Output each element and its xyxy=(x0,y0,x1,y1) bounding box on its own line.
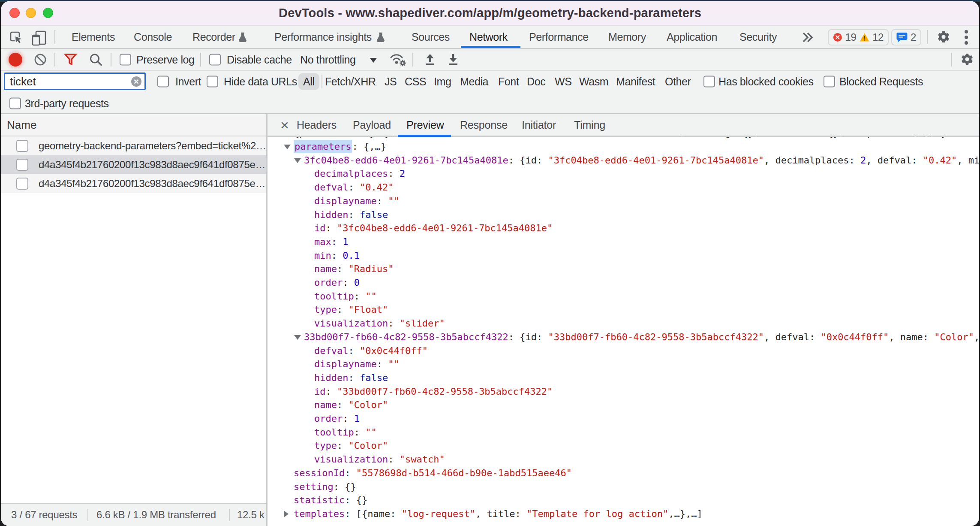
json-tree-row[interactable]: sessionId: "5578698d-b514-466d-b90e-1abd… xyxy=(268,466,979,480)
tab-memory[interactable]: Memory xyxy=(608,26,646,48)
json-tree-row[interactable]: order: 0 xyxy=(268,276,979,290)
type-chip-font[interactable]: Font xyxy=(498,76,519,88)
json-tree-row[interactable]: type: "Color" xyxy=(268,439,979,453)
request-checkbox[interactable] xyxy=(16,159,28,171)
type-chip-other[interactable]: Other xyxy=(665,76,691,88)
json-tree-row[interactable]: type: "Float" xyxy=(268,303,979,317)
json-tree-row[interactable]: {parameters: {,…}, sessionId: "5578698d-… xyxy=(268,137,979,140)
filter-input[interactable]: ticket × xyxy=(4,73,146,90)
json-tree-row[interactable]: setting: {} xyxy=(268,480,979,494)
json-tree-row[interactable]: parameters: {,…} xyxy=(268,140,979,154)
tab-elements[interactable]: Elements xyxy=(72,26,115,48)
settings-gear-icon[interactable] xyxy=(937,30,950,44)
blocked-requests-label: Blocked Requests xyxy=(839,76,923,88)
export-har-icon[interactable] xyxy=(448,54,459,66)
device-toolbar-icon[interactable] xyxy=(32,30,46,46)
expand-arrow-down-icon[interactable] xyxy=(294,335,301,340)
json-tree-row[interactable]: templates: [{name: "log-request", title:… xyxy=(268,507,979,521)
expand-arrow-down-icon[interactable] xyxy=(284,145,291,149)
expand-arrow-right-icon[interactable] xyxy=(284,511,289,517)
type-chip-wasm[interactable]: Wasm xyxy=(579,76,608,88)
kebab-menu-icon[interactable] xyxy=(964,29,969,46)
request-row[interactable]: d4a345f4b21760200f13c983d8aec9f641df0875… xyxy=(1,155,266,174)
request-row[interactable]: geometry-backend-parameters?embed=ticket… xyxy=(1,136,266,155)
invert-label: Invert xyxy=(175,76,201,88)
inspect-element-icon[interactable] xyxy=(10,31,23,44)
network-conditions-icon[interactable] xyxy=(390,53,407,67)
tab-console[interactable]: Console xyxy=(134,26,172,48)
tab-sources[interactable]: Sources xyxy=(412,26,450,48)
json-tree-row[interactable]: defval: "0x0c44f0ff" xyxy=(268,344,979,358)
type-chip-fetch-xhr[interactable]: Fetch/XHR xyxy=(325,76,376,88)
json-tree-row[interactable]: id: "3fc04be8-edd6-4e01-9261-7bc145a4081… xyxy=(268,221,979,235)
network-settings-gear-icon[interactable] xyxy=(960,53,974,67)
invert-checkbox[interactable] xyxy=(157,76,169,88)
blocked-requests-checkbox[interactable] xyxy=(824,76,835,88)
json-tree-row[interactable]: statistic: {} xyxy=(268,493,979,507)
tab-application[interactable]: Application xyxy=(667,26,717,48)
json-tree-row[interactable]: decimalplaces: 2 xyxy=(268,167,979,181)
detail-tab-preview[interactable]: Preview xyxy=(406,114,444,136)
json-tree-row[interactable]: 3fc04be8-edd6-4e01-9261-7bc145a4081e: {i… xyxy=(268,154,979,167)
json-tree-row[interactable]: order: 1 xyxy=(268,412,979,426)
detail-tab-response[interactable]: Response xyxy=(460,114,508,136)
json-tree-row[interactable]: hidden: false xyxy=(268,371,979,385)
json-tree-row[interactable]: tooltip: "" xyxy=(268,290,979,303)
request-checkbox[interactable] xyxy=(16,178,28,190)
type-chip-media[interactable]: Media xyxy=(460,76,488,88)
json-preview-tree[interactable]: {parameters: {,…}, sessionId: "5578698d-… xyxy=(268,137,979,526)
json-tree-row[interactable]: visualization: "slider" xyxy=(268,317,979,330)
third-party-checkbox[interactable] xyxy=(9,98,21,109)
json-tree-row[interactable]: min: 0.1 xyxy=(268,249,979,263)
tab-network[interactable]: Network xyxy=(469,26,508,48)
json-tree-row[interactable]: displayname: "" xyxy=(268,194,979,208)
json-tree-row[interactable]: defval: "0.42" xyxy=(268,181,979,194)
detail-tab-timing[interactable]: Timing xyxy=(574,114,605,136)
type-chip-manifest[interactable]: Manifest xyxy=(616,76,655,88)
tab-performance[interactable]: Performance xyxy=(529,26,589,48)
json-tree-row[interactable]: id: "33bd00f7-fb60-4c82-9558-3b5abccf432… xyxy=(268,385,979,399)
json-tree-row[interactable]: name: "Radius" xyxy=(268,262,979,276)
name-column-header[interactable]: Name xyxy=(1,114,266,136)
detail-tab-payload[interactable]: Payload xyxy=(353,114,391,136)
type-chip-doc[interactable]: Doc xyxy=(527,76,545,88)
json-tree-row[interactable]: hidden: false xyxy=(268,208,979,222)
tab-performance-insights[interactable]: Performance insights xyxy=(274,26,372,48)
json-tree-row[interactable]: displayname: "" xyxy=(268,357,979,371)
search-icon[interactable] xyxy=(89,53,102,66)
type-chip-all[interactable]: All xyxy=(298,73,319,90)
type-chip-js[interactable]: JS xyxy=(385,76,397,88)
json-tree-row[interactable]: max: 1 xyxy=(268,235,979,249)
throttling-select[interactable]: No throttling xyxy=(300,53,356,66)
clear-filter-icon[interactable]: × xyxy=(131,76,141,87)
close-detail-icon[interactable]: × xyxy=(275,114,294,136)
more-tabs-icon[interactable] xyxy=(802,32,814,43)
has-blocked-cookies-checkbox[interactable] xyxy=(703,76,715,88)
json-segment-p: : xyxy=(354,291,366,302)
clear-icon[interactable] xyxy=(34,54,46,66)
json-tree-row[interactable]: name: "Color" xyxy=(268,398,979,412)
request-row[interactable]: d4a345f4b21760200f13c983d8aec9f641df0875… xyxy=(1,174,266,193)
request-checkbox[interactable] xyxy=(16,140,28,152)
messages-badge-group[interactable]: 2 xyxy=(891,29,921,45)
detail-tab-headers[interactable]: Headers xyxy=(297,114,337,136)
record-button[interactable] xyxy=(9,53,22,67)
type-chip-css[interactable]: CSS xyxy=(405,76,426,88)
type-chip-ws[interactable]: WS xyxy=(555,76,571,88)
type-chip-img[interactable]: Img xyxy=(434,76,451,88)
json-tree-row[interactable]: 33bd00f7-fb60-4c82-9558-3b5abccf4322: {i… xyxy=(268,330,979,344)
json-segment-p: : xyxy=(388,168,400,179)
json-tree-row[interactable]: tooltip: "" xyxy=(268,426,979,439)
detail-tab-initiator[interactable]: Initiator xyxy=(522,114,556,136)
hide-data-urls-checkbox[interactable] xyxy=(207,76,218,88)
json-tree-row[interactable]: visualization: "swatch" xyxy=(268,453,979,466)
throttling-caret-icon[interactable] xyxy=(370,58,377,63)
disable-cache-checkbox[interactable] xyxy=(209,54,221,65)
tab-recorder[interactable]: Recorder xyxy=(192,26,235,48)
tab-security[interactable]: Security xyxy=(740,26,777,48)
import-har-icon[interactable] xyxy=(424,54,436,66)
issues-badge-group[interactable]: 19 12 xyxy=(828,29,889,45)
filter-icon[interactable] xyxy=(64,53,77,66)
preserve-log-checkbox[interactable] xyxy=(120,54,131,65)
expand-arrow-down-icon[interactable] xyxy=(294,158,301,163)
